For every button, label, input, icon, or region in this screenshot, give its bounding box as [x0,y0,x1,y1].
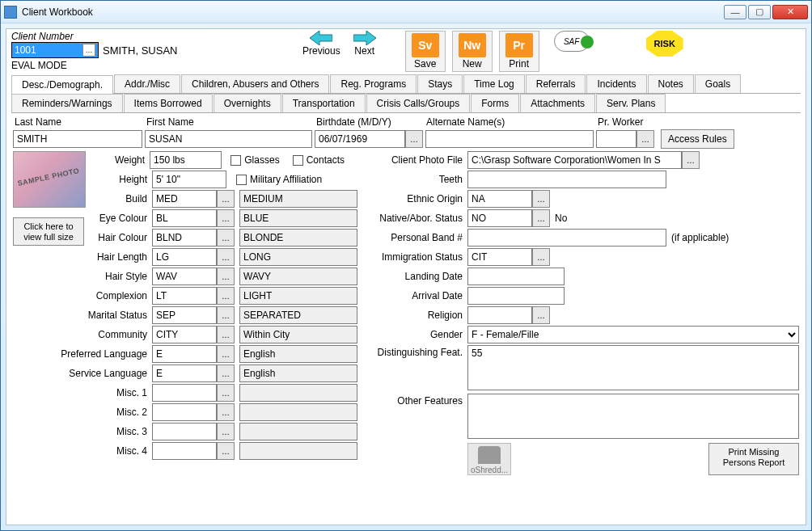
tab-children-abusers-and-others[interactable]: Children, Abusers and Others [181,74,329,93]
tab-transportation[interactable]: Transportation [282,94,366,112]
birthdate-picker-button[interactable]: … [405,130,423,148]
personal-band-input[interactable] [467,229,666,247]
gender-select[interactable]: F - Female/Fille [467,326,799,343]
print-button[interactable]: Pr Print [499,31,539,72]
tab-addr-misc[interactable]: Addr./Misc [114,74,180,93]
last-name-input[interactable]: SMITH [13,130,142,148]
misc-4-desc [239,442,357,460]
access-rules-button[interactable]: Access Rules [661,129,734,149]
misc-1-lookup-button[interactable]: … [217,384,235,402]
religion-input[interactable] [467,306,532,324]
pr-worker-input[interactable] [596,130,636,148]
risk-indicator[interactable]: RISK [646,31,683,57]
client-number-label: Client Number [11,31,286,42]
eye-colour-lookup-button[interactable]: … [217,209,235,227]
client-number-lookup-button[interactable]: … [82,44,95,57]
misc-2-code-input[interactable] [152,403,217,421]
service-language-lookup-button[interactable]: … [217,365,235,382]
tab-stays[interactable]: Stays [417,74,463,93]
shredd-button[interactable]: oShredd... [467,443,511,475]
print-missing-persons-button[interactable]: Print Missing Persons Report [708,443,799,475]
misc-3-lookup-button[interactable]: … [217,423,235,440]
arrival-date-input[interactable] [467,287,565,305]
next-button[interactable]: Next [353,31,376,57]
build-lookup-button[interactable]: … [217,190,235,208]
landing-date-input[interactable] [467,268,565,285]
hair-colour-code-input[interactable]: BLND [152,229,217,247]
immigration-status-input[interactable]: CIT [467,248,532,266]
ethnic-origin-input[interactable]: NA [467,190,532,208]
complexion-code-input[interactable]: LT [152,287,217,305]
distinguishing-feat-input[interactable]: 55 [467,345,799,390]
misc-1-code-input[interactable] [152,384,217,402]
contacts-checkbox[interactable]: Contacts [293,154,345,166]
military-checkbox[interactable]: Military Affiliation [236,174,322,185]
marital-status-code-input[interactable]: SEP [152,306,217,324]
tab-items-borrowed[interactable]: Items Borrowed [124,94,213,112]
preferred-language-code-input[interactable]: E [152,345,217,363]
preferred-language-lookup-button[interactable]: … [217,345,235,363]
hair-length-lookup-button[interactable]: … [217,248,235,266]
service-language-desc: English [239,365,357,382]
tab-reminders-warnings[interactable]: Reminders/Warnings [11,94,123,112]
alt-name-input[interactable] [425,130,594,148]
save-button[interactable]: Sv Save [405,31,446,72]
height-label: Height [89,174,152,185]
height-input[interactable]: 5' 10" [152,171,226,188]
tab-forms[interactable]: Forms [471,94,519,112]
tab-overnights[interactable]: Overnights [214,94,281,112]
community-code-input[interactable]: CITY [152,326,217,343]
first-name-input[interactable]: SUSAN [145,130,312,148]
misc-3-code-input[interactable] [152,423,217,440]
tab-attachments[interactable]: Attachments [520,94,595,112]
hair-length-code-input[interactable]: LG [152,248,217,266]
service-language-code-input[interactable]: E [152,365,217,382]
client-workbook-window: Client Workbook — ▢ ✕ Client Number 1001… [0,0,812,531]
photo-file-input[interactable]: C:\Grasp Software Corporation\Women In S [467,151,682,169]
new-button[interactable]: Nw New [452,31,493,72]
pr-worker-lookup-button[interactable]: … [636,130,654,148]
other-features-input[interactable] [467,394,799,439]
community-lookup-button[interactable]: … [217,326,235,343]
misc-4-code-input[interactable] [152,442,217,460]
eye-colour-desc: BLUE [239,209,357,227]
native-status-label: Native/Abor. Status [367,213,467,224]
tab-serv-plans[interactable]: Serv. Plans [596,94,666,112]
complexion-lookup-button[interactable]: … [217,287,235,305]
birthdate-input[interactable]: 06/07/1969 [315,130,405,148]
hair-style-code-input[interactable]: WAV [152,268,217,285]
religion-lookup-button[interactable]: … [532,306,550,324]
client-photo[interactable] [13,151,86,208]
arrival-date-label: Arrival Date [367,290,467,301]
client-number-input[interactable]: 1001 … [11,42,99,58]
tab-notes[interactable]: Notes [648,74,694,93]
misc-2-lookup-button[interactable]: … [217,403,235,421]
tab-reg-programs[interactable]: Reg. Programs [330,74,417,93]
hair-colour-lookup-button[interactable]: … [217,229,235,247]
tab-crisis-calls-groups[interactable]: Crisis Calls/Groups [366,94,471,112]
ethnic-lookup-button[interactable]: … [532,190,550,208]
immigration-lookup-button[interactable]: … [532,248,550,266]
eye-colour-code-input[interactable]: BL [152,209,217,227]
tab-incidents[interactable]: Incidents [586,74,646,93]
marital-status-lookup-button[interactable]: … [217,306,235,324]
build-code-input[interactable]: MED [152,190,217,208]
native-status-code-input[interactable]: NO [467,209,532,227]
previous-button[interactable]: Previous [302,31,340,57]
photo-file-browse-button[interactable]: … [682,151,700,169]
tab-goals[interactable]: Goals [695,74,741,93]
misc-1-desc [239,384,357,402]
tab-time-log[interactable]: Time Log [463,74,525,93]
tab-desc-demograph-[interactable]: Desc./Demograph. [11,75,113,94]
minimize-button[interactable]: — [724,5,746,19]
hair-style-lookup-button[interactable]: … [217,268,235,285]
maximize-button[interactable]: ▢ [748,5,771,19]
close-button[interactable]: ✕ [772,5,808,19]
native-status-lookup-button[interactable]: … [532,209,550,227]
glasses-checkbox[interactable]: Glasses [230,154,279,166]
teeth-input[interactable] [467,171,666,188]
misc-4-lookup-button[interactable]: … [217,442,235,460]
tab-referrals[interactable]: Referrals [526,74,586,93]
weight-input[interactable]: 150 lbs [150,151,222,169]
risk-badge-icon: RISK [646,31,683,57]
